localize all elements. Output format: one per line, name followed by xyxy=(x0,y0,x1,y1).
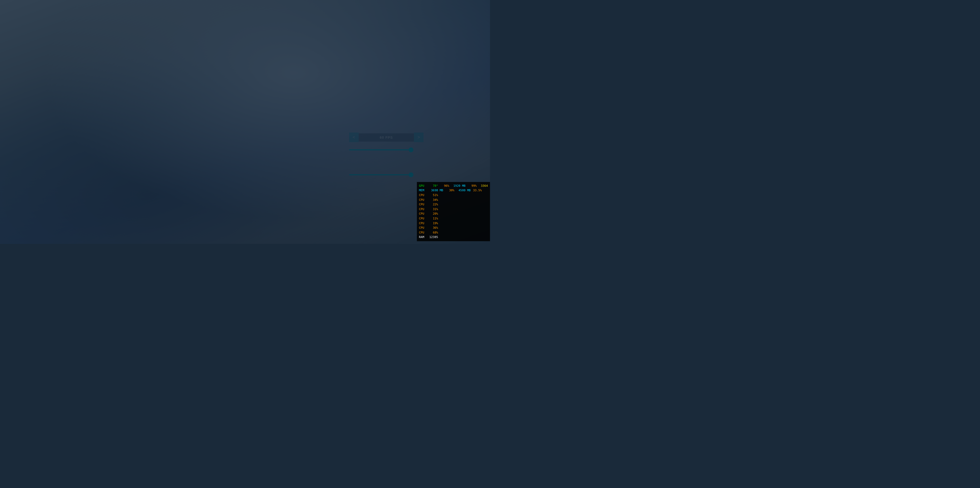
cpu4-val: 31% xyxy=(429,207,438,212)
mem-unit: MB xyxy=(440,188,443,193)
main-panel xyxy=(0,0,490,244)
ram-label: RAM xyxy=(419,235,427,239)
cpu3-label: CPU xyxy=(419,202,427,207)
cpu7-label: CPU xyxy=(419,221,427,226)
cpu8-val: 36% xyxy=(429,225,438,230)
cpu3-perf-row: CPU 22% xyxy=(419,202,488,207)
cpu9-label: CPU xyxy=(419,230,427,235)
mem-pct2: 33.5% xyxy=(472,188,482,193)
cpu5-perf-row: CPU 20% xyxy=(419,211,488,216)
cpu6-val: 11% xyxy=(429,216,438,221)
cpu7-perf-row: CPU 19% xyxy=(419,221,488,226)
cpu8-perf-row: CPU 36% xyxy=(419,225,488,230)
cpu3-val: 22% xyxy=(429,202,438,207)
mem-total-unit: MB xyxy=(467,188,471,193)
cpu-val: 51% xyxy=(429,193,438,198)
gpu-label: GPU xyxy=(419,184,427,189)
mem-label: MEM xyxy=(419,188,427,193)
cpu2-perf-row: CPU 34% xyxy=(419,198,488,203)
cpu2-label: CPU xyxy=(419,198,427,203)
mem-pct: 30% xyxy=(445,188,454,193)
cpu2-val: 34% xyxy=(429,198,438,203)
gpu-vram: 3364 xyxy=(478,184,488,189)
cpu5-label: CPU xyxy=(419,211,427,216)
gpu-perf-row: GPU 78° 96% 1920 MB 99% 3364 xyxy=(419,184,488,189)
cpu-perf-row: CPU 51% xyxy=(419,193,488,198)
ram-perf-row: RAM 12385 xyxy=(419,235,488,239)
cpu7-val: 19% xyxy=(429,221,438,226)
gpu-mem-used: 1920 xyxy=(451,184,460,189)
mem-perf-row: MEM 3698 MB 30% 4500 MB 33.5% xyxy=(419,188,488,193)
gpu-load2: 99% xyxy=(467,184,477,189)
cpu8-label: CPU xyxy=(419,225,427,230)
cpu6-label: CPU xyxy=(419,216,427,221)
cpu-label: CPU xyxy=(419,193,427,198)
mem-total: 4500 xyxy=(456,188,466,193)
cpu9-perf-row: CPU 68% xyxy=(419,230,488,235)
cpu6-perf-row: CPU 11% xyxy=(419,216,488,221)
cpu5-val: 20% xyxy=(429,211,438,216)
gpu-temp: 78° xyxy=(429,184,438,189)
gpu-load: 96% xyxy=(440,184,449,189)
gpu-mem-unit: MB xyxy=(462,184,466,189)
cpu4-perf-row: CPU 31% xyxy=(419,207,488,212)
cpu9-val: 68% xyxy=(429,230,438,235)
performance-overlay: GPU 78° 96% 1920 MB 99% 3364 MEM 3698 MB… xyxy=(417,182,490,241)
mem-val: 3698 xyxy=(429,188,438,193)
cpu4-label: CPU xyxy=(419,207,427,212)
ram-val: 12385 xyxy=(429,235,438,239)
